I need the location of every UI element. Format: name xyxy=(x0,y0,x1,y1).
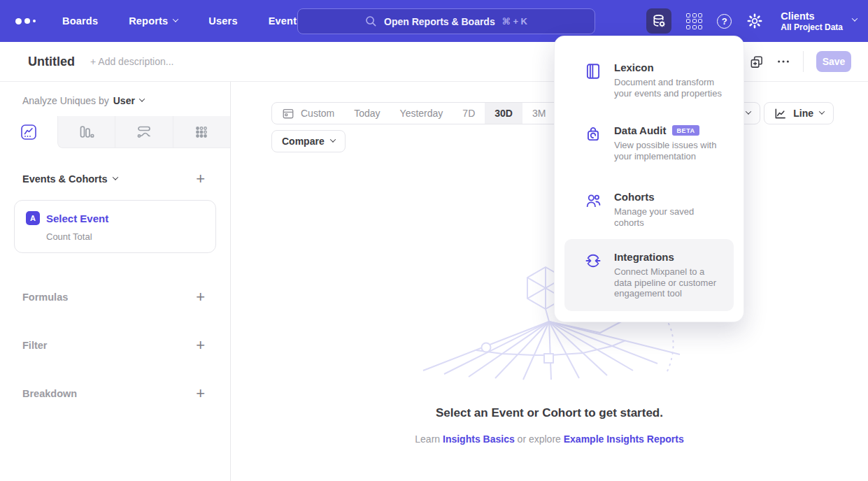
formulas-label: Formulas xyxy=(22,292,68,303)
data-management-menu: Lexicon Document and transform your even… xyxy=(555,36,744,322)
nav-item-boards[interactable]: Boards xyxy=(62,15,98,27)
report-title[interactable]: Untitled xyxy=(28,55,75,69)
chevron-down-icon xyxy=(746,108,751,114)
learn-prefix: Learn xyxy=(415,433,440,445)
explore-middle-text: or explore xyxy=(518,433,561,445)
filter-label: Filter xyxy=(22,340,47,351)
menu-item-lexicon[interactable]: Lexicon Document and transform your even… xyxy=(564,62,734,99)
calendar-icon xyxy=(282,107,294,120)
date-range-30d[interactable]: 30D xyxy=(485,103,522,124)
events-cohorts-header[interactable]: Events & Cohorts xyxy=(22,173,118,185)
line-chart-icon xyxy=(774,107,787,120)
lexicon-title: Lexicon xyxy=(614,62,654,73)
data-audit-icon xyxy=(584,125,602,143)
search-icon xyxy=(365,15,377,27)
cohorts-users-icon xyxy=(584,192,602,210)
event-card[interactable]: A Select Event Count Total xyxy=(14,200,216,253)
menu-item-data-audit[interactable]: Data Audit BETA View possible issues wit… xyxy=(564,124,734,161)
nav-item-reports[interactable]: Reports xyxy=(129,15,178,27)
menu-item-integrations[interactable]: Integrations Connect Mixpanel to a data … xyxy=(564,239,734,311)
report-description-placeholder[interactable]: + Add description... xyxy=(90,56,173,67)
dot-grid-tab-icon xyxy=(193,124,210,141)
grid-icon xyxy=(686,13,702,29)
apps-grid-button[interactable] xyxy=(686,13,702,29)
breakdown-section: Breakdown + xyxy=(0,387,230,401)
settings-button[interactable] xyxy=(746,13,763,29)
report-header-actions: Save xyxy=(749,51,851,72)
global-search-input[interactable]: Open Reports & Boards ⌘ + K xyxy=(297,8,595,34)
help-icon: ? xyxy=(717,14,732,29)
copy-plus-icon xyxy=(749,55,764,69)
bar-chart-tab-icon xyxy=(78,124,94,141)
analyze-row: Analyze Uniques by User xyxy=(0,82,230,116)
nav-item-users[interactable]: Users xyxy=(208,15,237,27)
count-total-dropdown[interactable]: Count Total xyxy=(46,231,204,242)
tab-retention[interactable] xyxy=(173,116,231,148)
app-root: Boards Reports Users Events Open Reports… xyxy=(0,0,868,481)
search-placeholder: Open Reports & Boards xyxy=(384,16,495,27)
lexicon-description: Document and transform your events and p… xyxy=(614,77,724,99)
add-filter-button[interactable]: + xyxy=(196,338,205,352)
query-builder-sidebar: Analyze Uniques by User xyxy=(0,82,231,481)
chevron-down-icon xyxy=(139,96,145,101)
empty-state: Select an Event or Cohort to get started… xyxy=(231,406,868,445)
integrations-sync-icon xyxy=(584,252,602,270)
line-chart-tab-icon xyxy=(20,124,37,141)
lexicon-book-icon xyxy=(584,62,602,80)
empty-state-title: Select an Event or Cohort to get started… xyxy=(231,406,868,420)
report-canvas: Custom Today Yesterday 7D 30D 3M 6M Comp… xyxy=(231,82,868,481)
tab-bar-chart[interactable] xyxy=(57,116,115,148)
duplicate-report-button[interactable] xyxy=(749,55,764,69)
project-name: Clients xyxy=(781,10,843,22)
help-button[interactable]: ? xyxy=(717,14,732,29)
gear-icon xyxy=(746,13,763,29)
insights-basics-link[interactable]: Insights Basics xyxy=(443,433,515,445)
analyze-entity-dropdown[interactable]: User xyxy=(113,95,144,106)
navbar-right-cluster: ? Clients All Project Data xyxy=(646,0,857,42)
filter-section: Filter + xyxy=(0,338,230,352)
add-breakdown-button[interactable]: + xyxy=(196,387,205,401)
chevron-down-icon xyxy=(852,15,858,21)
example-reports-link[interactable]: Example Insights Reports xyxy=(564,433,684,445)
search-shortcut: ⌘ + K xyxy=(502,16,527,27)
top-navbar: Boards Reports Users Events Open Reports… xyxy=(0,0,868,42)
breakdown-label: Breakdown xyxy=(22,388,77,399)
integrations-description: Connect Mixpanel to a data pipeline or c… xyxy=(614,266,724,299)
primary-nav: Boards Reports Users Events xyxy=(62,15,302,27)
event-letter-badge: A xyxy=(26,211,40,225)
database-gear-icon xyxy=(651,13,667,29)
select-event-label[interactable]: Select Event xyxy=(46,213,108,224)
chevron-down-icon xyxy=(329,136,335,142)
date-range-custom[interactable]: Custom xyxy=(272,103,344,124)
integrations-title: Integrations xyxy=(614,251,674,263)
add-formula-button[interactable]: + xyxy=(196,290,205,304)
data-management-button[interactable] xyxy=(646,8,671,34)
formulas-section: Formulas + xyxy=(0,290,230,304)
tab-insights-line[interactable] xyxy=(0,116,57,148)
chart-style-dropdown[interactable]: Line xyxy=(764,102,834,124)
compare-dropdown[interactable]: Compare xyxy=(271,130,346,152)
project-data-scope: All Project Data xyxy=(781,22,843,33)
chevron-down-icon xyxy=(819,108,825,114)
date-range-control: Custom Today Yesterday 7D 30D 3M 6M xyxy=(271,102,590,124)
date-range-today[interactable]: Today xyxy=(344,103,390,124)
events-cohorts-section: Events & Cohorts + xyxy=(0,172,230,186)
date-range-3m[interactable]: 3M xyxy=(522,103,555,124)
date-range-yesterday[interactable]: Yesterday xyxy=(390,103,453,124)
tab-flows[interactable] xyxy=(115,116,173,148)
data-audit-description: View possible issues with your implement… xyxy=(614,140,724,161)
flows-tab-icon xyxy=(136,124,152,141)
cohorts-title: Cohorts xyxy=(614,191,655,203)
date-range-7d[interactable]: 7D xyxy=(453,103,485,124)
chart-type-tabs xyxy=(0,116,230,148)
beta-badge: BETA xyxy=(672,125,699,136)
menu-item-cohorts[interactable]: Cohorts Manage your saved cohorts xyxy=(564,191,734,228)
data-audit-title: Data Audit xyxy=(614,124,666,136)
more-options-button[interactable] xyxy=(776,55,790,69)
mixpanel-logo-icon[interactable] xyxy=(15,18,36,24)
chevron-down-icon xyxy=(112,174,118,180)
save-button[interactable]: Save xyxy=(816,51,851,72)
project-switcher[interactable]: Clients All Project Data xyxy=(781,10,857,33)
add-event-button[interactable]: + xyxy=(196,172,205,186)
cohorts-description: Manage your saved cohorts xyxy=(614,206,724,228)
